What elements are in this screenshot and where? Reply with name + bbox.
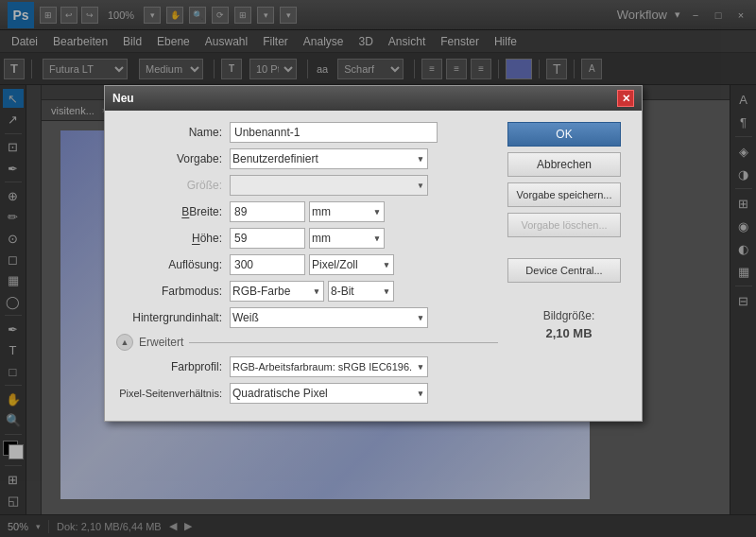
name-row: Name:: [116, 122, 498, 143]
dialog-close-button[interactable]: ✕: [617, 90, 634, 107]
breite-row: BBreite: mm ▼: [116, 201, 498, 222]
dialog-buttons: OK Abbrechen Vorgabe speichern... Vorgab…: [507, 122, 630, 409]
bildgroesse-value: 2,10 MB: [515, 326, 623, 340]
aufloesung-input[interactable]: [230, 254, 305, 275]
groesse-select[interactable]: [230, 175, 428, 196]
vorgabe-label: Vorgabe:: [116, 152, 230, 165]
groesse-select-wrapper: ▼: [230, 175, 428, 196]
aufloesung-row: Auflösung: Pixel/Zoll ▼: [116, 254, 498, 275]
pixelverh-select[interactable]: Quadratische Pixel: [230, 383, 428, 404]
hintergrund-select-wrapper: Weiß ▼: [230, 307, 428, 328]
groesse-label: Größe:: [116, 179, 230, 192]
dialog-body: Name: Vorgabe: Benutzerdefiniert ▼ Größ: [105, 111, 642, 421]
spacer: [507, 243, 630, 252]
abbrechen-button[interactable]: Abbrechen: [507, 152, 621, 177]
vorgabe-select[interactable]: Benutzerdefiniert: [230, 148, 428, 169]
pixelverh-label: Pixel-Seitenverhältnis:: [116, 388, 230, 399]
hintergrund-row: Hintergrundinhalt: Weiß ▼: [116, 307, 498, 328]
aufloesung-label: Auflösung:: [116, 258, 230, 271]
bildgroesse-label: Bildgröße:: [515, 309, 623, 322]
pixelverh-row: Pixel-Seitenverhältnis: Quadratische Pix…: [116, 383, 498, 404]
erweitert-toggle[interactable]: ▲: [116, 334, 133, 351]
device-central-button[interactable]: Device Central...: [507, 258, 621, 283]
farbmodus-select-wrapper: RGB-Farbe ▼: [230, 281, 324, 302]
breite-unit-select[interactable]: mm: [309, 201, 385, 222]
farbprofil-select-wrapper: RGB-Arbeitsfarbraum: sRGB IEC6196... ▼: [230, 356, 428, 377]
farbmodus-depth-select[interactable]: 8-Bit: [328, 281, 394, 302]
dialog-overlay: Neu ✕ Name: Vorgabe: Benutzerdefiniert: [0, 0, 756, 537]
new-document-dialog: Neu ✕ Name: Vorgabe: Benutzerdefiniert: [104, 85, 643, 422]
farbprofil-label: Farbprofil:: [116, 360, 230, 373]
farbprofil-row: Farbprofil: RGB-Arbeitsfarbraum: sRGB IE…: [116, 356, 498, 377]
farbmodus-depth-wrapper: 8-Bit ▼: [328, 281, 394, 302]
dialog-form: Name: Vorgabe: Benutzerdefiniert ▼ Größ: [116, 122, 498, 409]
aufloesung-unit-select[interactable]: Pixel/Zoll: [309, 254, 394, 275]
hoehe-row: Höhe: mm ▼: [116, 228, 498, 249]
vorgabe-loeschen-button[interactable]: Vorgabe löschen...: [507, 213, 621, 237]
vorgabe-row: Vorgabe: Benutzerdefiniert ▼: [116, 148, 498, 169]
breite-label: BBreite:: [116, 205, 230, 218]
divider-line: [189, 342, 498, 343]
breite-input[interactable]: [230, 201, 305, 222]
aufloesung-unit-wrapper: Pixel/Zoll ▼: [309, 254, 394, 275]
bildgroesse-section: Bildgröße: 2,10 MB: [507, 302, 630, 348]
erweitert-label: Erweitert: [139, 336, 183, 349]
vorgabe-select-wrapper: Benutzerdefiniert ▼: [230, 148, 428, 169]
erweitert-section: ▲ Erweitert: [116, 334, 498, 351]
farbprofil-select[interactable]: RGB-Arbeitsfarbraum: sRGB IEC6196...: [230, 356, 428, 377]
dialog-title: Neu: [112, 92, 134, 105]
hintergrund-label: Hintergrundinhalt:: [116, 311, 230, 324]
hoehe-unit-wrapper: mm ▼: [309, 228, 385, 249]
hoehe-input[interactable]: [230, 228, 305, 249]
dialog-titlebar: Neu ✕: [105, 86, 642, 111]
farbmodus-select[interactable]: RGB-Farbe: [230, 281, 324, 302]
vorgabe-speichern-button[interactable]: Vorgabe speichern...: [507, 182, 621, 207]
hoehe-unit-select[interactable]: mm: [309, 228, 385, 249]
ok-button[interactable]: OK: [507, 122, 621, 147]
pixelverh-select-wrapper: Quadratische Pixel ▼: [230, 383, 428, 404]
hintergrund-select[interactable]: Weiß: [230, 307, 428, 328]
breite-unit-wrapper: mm ▼: [309, 201, 385, 222]
farbmodus-row: Farbmodus: RGB-Farbe ▼ 8-Bit ▼: [116, 281, 498, 302]
groesse-row: Größe: ▼: [116, 175, 498, 196]
farbmodus-label: Farbmodus:: [116, 285, 230, 298]
name-label: Name:: [116, 126, 230, 139]
name-input[interactable]: [230, 122, 438, 143]
hoehe-label: Höhe:: [116, 232, 230, 245]
